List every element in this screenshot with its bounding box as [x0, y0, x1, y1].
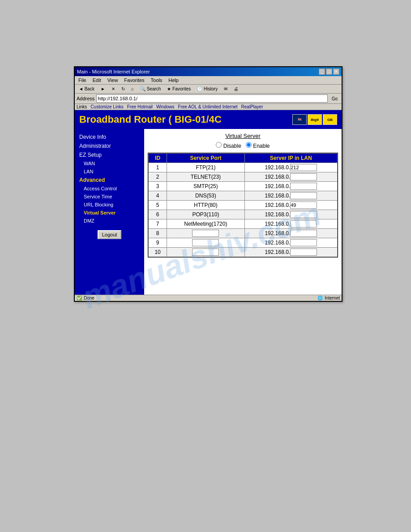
- browser-title: Main - Microsoft Internet Explorer: [77, 69, 150, 74]
- row-server-ip: 192.168.0.: [244, 172, 337, 182]
- toolbar: ◄ Back ► ✕ ↻ ⌂ 🔍 Search ★ Favorites 🕐 Hi…: [75, 85, 342, 94]
- menu-bar: File Edit View Favorites Tools Help: [75, 76, 342, 85]
- row-id: 2: [149, 172, 167, 182]
- ip-prefix: 192.168.0.: [265, 221, 290, 227]
- table-row: 7NetMeeting(1720)192.168.0.: [149, 219, 338, 229]
- menu-favorites[interactable]: Favorites: [123, 77, 146, 83]
- sidebar-item-virtual-server[interactable]: Virtual Server: [75, 209, 144, 217]
- col-server-ip: Server IP in LAN: [244, 154, 337, 163]
- row-service-port: [167, 248, 244, 257]
- ip-suffix-input[interactable]: [290, 183, 317, 190]
- row-server-ip: 192.168.0.: [244, 201, 337, 210]
- sidebar-item-access-control[interactable]: Access Control: [75, 184, 144, 193]
- ip-suffix-input[interactable]: [290, 192, 317, 199]
- gb-flag[interactable]: GB: [323, 114, 337, 125]
- search-button[interactable]: 🔍 Search: [138, 86, 163, 92]
- minimize-button[interactable]: _: [319, 69, 325, 75]
- uk-flag[interactable]: 🇬🇧: [292, 114, 307, 125]
- sidebar-item-device-info[interactable]: Device Info: [75, 133, 144, 142]
- row-id: 10: [149, 248, 167, 257]
- row-server-ip: 192.168.0.: [244, 248, 337, 257]
- favorites-button[interactable]: ★ Favorites: [165, 86, 193, 92]
- sidebar-item-advanced[interactable]: Advanced: [75, 176, 144, 184]
- ip-suffix-input[interactable]: [290, 230, 317, 237]
- virtual-server-table: ID Service Port Server IP in LAN 1FTP(21…: [148, 153, 338, 257]
- service-port-input[interactable]: [192, 230, 219, 237]
- row-id: 3: [149, 182, 167, 191]
- table-row: 4DNS(53)192.168.0.: [149, 191, 338, 201]
- row-id: 1: [149, 163, 167, 172]
- sidebar-item-dmz[interactable]: DMZ: [75, 217, 144, 225]
- radio-enable[interactable]: [246, 142, 252, 148]
- stop-button[interactable]: ✕: [109, 86, 117, 92]
- menu-help[interactable]: Help: [167, 77, 180, 83]
- menu-view[interactable]: View: [106, 77, 120, 83]
- ip-prefix: 192.168.0.: [265, 202, 290, 208]
- menu-edit[interactable]: Edit: [91, 77, 103, 83]
- table-row: 6POP3(110)192.168.0.: [149, 210, 338, 219]
- title-bar: Main - Microsoft Internet Explorer _ □ ✕: [75, 67, 342, 76]
- forward-button[interactable]: ►: [98, 86, 107, 92]
- row-service-port: FTP(21): [167, 163, 244, 172]
- ip-suffix-input[interactable]: [290, 202, 317, 209]
- browser-window: Main - Microsoft Internet Explorer _ □ ✕…: [74, 66, 342, 302]
- logout-button[interactable]: Logout: [98, 230, 122, 239]
- table-row: 1FTP(21)192.168.0.: [149, 163, 338, 172]
- ip-prefix: 192.168.0.: [265, 164, 290, 171]
- links-label: Links: [77, 104, 87, 109]
- zone-icon: 🌐: [317, 296, 323, 300]
- ip-suffix-input[interactable]: [290, 239, 317, 246]
- content-area: Virtual Server Disable Enable ID Service…: [144, 129, 342, 295]
- free-hotmail[interactable]: Free Hotmail: [127, 104, 153, 109]
- close-button[interactable]: ✕: [333, 69, 339, 75]
- table-row: 3SMTP(25)192.168.0.: [149, 182, 338, 191]
- row-id: 7: [149, 219, 167, 229]
- customize-links[interactable]: Customize Links: [90, 104, 123, 109]
- main-content: Device Info Administrator EZ Setup WAN L…: [75, 129, 342, 295]
- radio-disable[interactable]: [216, 142, 222, 148]
- sidebar-item-lan[interactable]: LAN: [75, 167, 144, 176]
- window-controls: _ □ ✕: [319, 69, 339, 75]
- realplayer-link[interactable]: RealPlayer: [241, 104, 263, 109]
- row-service-port: POP3(110): [167, 210, 244, 219]
- history-button[interactable]: 🕐 History: [195, 86, 220, 92]
- service-port-input[interactable]: [192, 249, 219, 256]
- status-right: 🌐 Internet: [317, 296, 340, 300]
- free-aol[interactable]: Free AOL & Unlimited Internet: [178, 104, 238, 109]
- sidebar-item-administrator[interactable]: Administrator: [75, 142, 144, 150]
- col-id: ID: [149, 154, 167, 163]
- sidebar-item-wan[interactable]: WAN: [75, 159, 144, 167]
- sidebar-item-service-time[interactable]: Service Time: [75, 193, 144, 201]
- ip-prefix: 192.168.0.: [265, 183, 290, 189]
- sidebar-item-ez-setup[interactable]: EZ Setup: [75, 150, 144, 159]
- row-service-port: [167, 229, 244, 238]
- status-icon: ✅: [77, 296, 82, 300]
- home-button[interactable]: ⌂: [129, 86, 136, 92]
- print-button[interactable]: 🖨: [231, 86, 240, 92]
- ip-suffix-input[interactable]: [290, 220, 317, 227]
- ip-suffix-input[interactable]: [290, 249, 317, 256]
- ip-prefix: 192.168.0.: [265, 240, 290, 246]
- service-port-input[interactable]: [192, 239, 219, 246]
- sidebar-item-url-blocking[interactable]: URL Blocking: [75, 201, 144, 209]
- windows-link[interactable]: Windows: [156, 104, 175, 109]
- go-button[interactable]: Go: [330, 95, 340, 102]
- ip-suffix-input[interactable]: [290, 211, 317, 218]
- mail-button[interactable]: ✉: [222, 86, 230, 92]
- row-id: 8: [149, 229, 167, 238]
- big9-flag[interactable]: Big9: [308, 114, 322, 125]
- address-input[interactable]: [96, 94, 327, 103]
- ip-suffix-input[interactable]: [290, 173, 317, 180]
- back-button[interactable]: ◄ Back: [77, 86, 97, 92]
- menu-tools[interactable]: Tools: [150, 77, 164, 83]
- col-service-port: Service Port: [167, 154, 244, 163]
- table-row: 5HTTP(80)192.168.0.: [149, 201, 338, 210]
- refresh-button[interactable]: ↻: [119, 86, 127, 92]
- row-service-port: [167, 238, 244, 248]
- row-server-ip: 192.168.0.: [244, 238, 337, 248]
- maximize-button[interactable]: □: [326, 69, 332, 75]
- ip-suffix-input[interactable]: [290, 164, 317, 171]
- row-service-port: NetMeeting(1720): [167, 219, 244, 229]
- menu-file[interactable]: File: [77, 77, 88, 83]
- status-left: ✅ Done: [77, 296, 94, 300]
